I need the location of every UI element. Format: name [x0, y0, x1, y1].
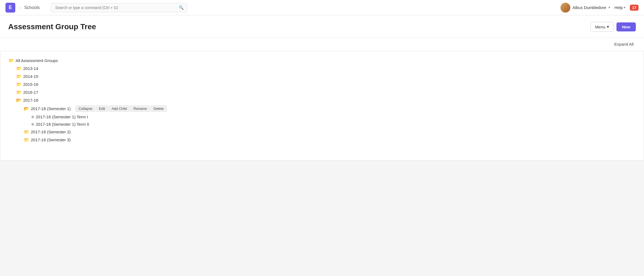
help-dropdown-icon: ▾ — [624, 6, 625, 9]
tree-item-2014[interactable]: 📁 2014-15 — [8, 72, 636, 80]
avatar — [560, 3, 570, 13]
folder-icon: 📁 — [16, 66, 22, 71]
breadcrumb: Schools — [24, 5, 40, 10]
root-label: All Assessment Groups — [16, 58, 58, 63]
tree-label: 2016-17 — [23, 90, 38, 95]
folder-open-icon: 📂 — [16, 98, 22, 103]
notification-badge[interactable]: 17 — [630, 5, 639, 11]
delete-button[interactable]: Delete — [150, 105, 167, 112]
new-button[interactable]: New — [616, 22, 636, 31]
top-navigation: E › Schools 🔍 Albus Dumbledore ▾ Help ▾ … — [0, 0, 644, 15]
tree-label-sem2: 2017-18 (Semester 2) — [31, 130, 71, 134]
leaf-dot-icon — [31, 116, 34, 118]
tree-item-2017[interactable]: 📂 2017-18 — [8, 96, 636, 104]
tree-label: 2014-15 — [23, 74, 38, 79]
user-menu[interactable]: Albus Dumbledore ▾ — [560, 3, 610, 13]
tree-item-sem3[interactable]: 📁 2017-18 (Semester 3) — [8, 136, 636, 144]
tree-label-sem1-t2: 2017-18 (Semester 1) Term II — [36, 122, 89, 127]
tree-root-item[interactable]: 📁 All Assessment Groups — [8, 57, 636, 64]
folder-icon: 📁 — [24, 129, 29, 134]
expand-all-button[interactable]: Expand All — [612, 41, 636, 48]
tree-label: 2017-18 — [23, 98, 38, 102]
edit-button[interactable]: Edit — [96, 105, 108, 112]
search-input[interactable] — [51, 3, 187, 12]
tree-panel: 📁 All Assessment Groups 📁 2013-14 📁 2014… — [0, 51, 644, 160]
help-button[interactable]: Help ▾ — [615, 5, 626, 10]
rename-button[interactable]: Rename — [130, 105, 150, 112]
nav-right: Albus Dumbledore ▾ Help ▾ 17 — [560, 3, 639, 13]
menu-dropdown-icon: ▾ — [607, 24, 609, 29]
tree-item-2015[interactable]: 📁 2015-16 — [8, 80, 636, 88]
tree-label-sem1-t1: 2017-18 (Semester 1) Term I — [36, 114, 88, 119]
user-dropdown-icon: ▾ — [609, 6, 610, 9]
folder-icon: 📁 — [24, 137, 29, 142]
tree-item-sem2[interactable]: 📁 2017-18 (Semester 2) — [8, 128, 636, 136]
tree-item-sem1-t2[interactable]: 2017-18 (Semester 1) Term II — [8, 121, 636, 128]
app-icon[interactable]: E — [5, 3, 15, 13]
breadcrumb-separator: › — [19, 5, 20, 10]
tree-label-sem1: 2017-18 (Semester 1) — [31, 106, 71, 111]
collapse-button[interactable]: Collapse — [76, 105, 96, 112]
toolbar: Expand All — [0, 37, 644, 51]
folder-active-icon: 📂 — [24, 106, 29, 111]
page-title: Assessment Group Tree — [8, 22, 96, 31]
leaf-dot-icon — [31, 123, 34, 126]
root-folder-icon: 📁 — [8, 58, 14, 63]
folder-icon: 📁 — [16, 82, 22, 87]
menu-button[interactable]: Menu ▾ — [591, 22, 614, 32]
tree-item-sem1[interactable]: 📂 2017-18 (Semester 1) Collapse Edit Add… — [8, 104, 636, 113]
main-content: Expand All 📁 All Assessment Groups 📁 201… — [0, 37, 644, 169]
tree-label: 2015-16 — [23, 82, 38, 87]
tree-item-2013[interactable]: 📁 2013-14 — [8, 64, 636, 72]
add-child-button[interactable]: Add Child — [109, 105, 130, 112]
page-header: Assessment Group Tree Menu ▾ New — [0, 15, 644, 37]
tree-item-sem1-t1[interactable]: 2017-18 (Semester 1) Term I — [8, 113, 636, 121]
folder-icon: 📁 — [16, 90, 22, 95]
user-name: Albus Dumbledore — [573, 5, 606, 10]
header-actions: Menu ▾ New — [591, 22, 636, 32]
search-bar: 🔍 — [51, 3, 187, 12]
tree-label-sem3: 2017-18 (Semester 3) — [31, 137, 71, 142]
folder-icon: 📁 — [16, 74, 22, 79]
tree-item-2016[interactable]: 📁 2016-17 — [8, 88, 636, 96]
tree-label: 2013-14 — [23, 66, 38, 71]
action-buttons: Collapse Edit Add Child Rename Delete — [76, 105, 167, 112]
search-icon: 🔍 — [179, 5, 184, 10]
